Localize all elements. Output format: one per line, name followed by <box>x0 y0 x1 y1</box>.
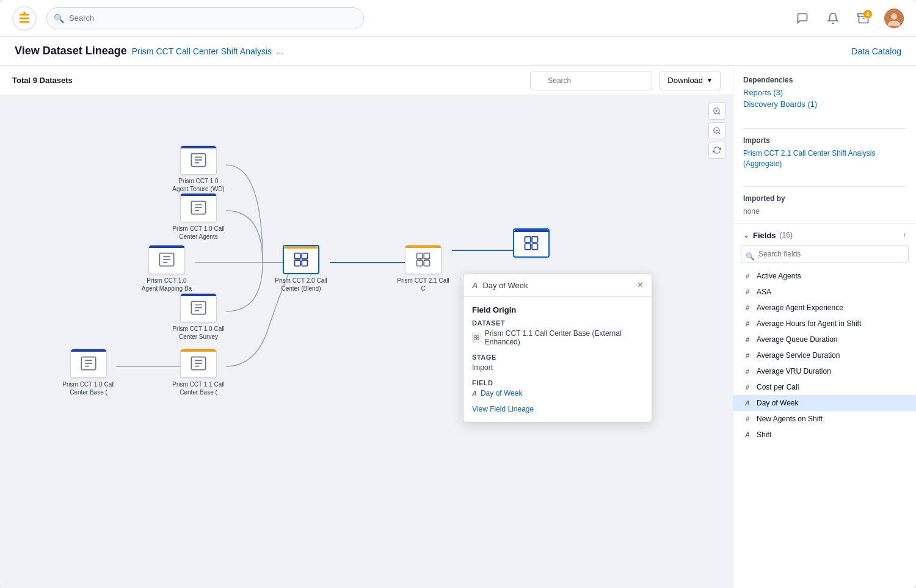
field-type-icon-f5: # <box>743 336 752 343</box>
node-call-center-base-10[interactable]: Prism CCT 1.0 Call Center Base ( <box>61 349 116 396</box>
svg-rect-26 <box>295 260 300 266</box>
nav-icons: 2 <box>793 9 904 28</box>
field-item-f5[interactable]: #Average Queue Duration <box>733 332 916 347</box>
node-partial[interactable] <box>513 228 550 258</box>
imports-section: Imports Prism CCT 2.1 Call Center Shift … <box>733 111 916 169</box>
dependencies-section: Dependencies Reports (3) Discovery Board… <box>733 66 916 111</box>
nav-search-icon: 🔍 <box>54 13 64 23</box>
field-name-f4: Average Hours for Agent in Shift <box>757 319 861 328</box>
popup-section-title: Field Origin <box>472 305 643 314</box>
fields-list: #Active Agents#ASA#Average Agent Experie… <box>733 268 916 443</box>
data-catalog-link[interactable]: Data Catalog <box>851 46 901 56</box>
lineage-toolbar: Total 9 Datasets 🔍 Download ▼ <box>0 66 733 95</box>
dependencies-label: Dependencies <box>743 76 906 84</box>
svg-rect-45 <box>532 237 537 242</box>
app-logo[interactable] <box>12 6 37 31</box>
inbox-badge: 2 <box>863 10 872 18</box>
reports-link[interactable]: Reports (3) <box>743 88 906 97</box>
svg-point-0 <box>23 12 26 14</box>
svg-point-4 <box>891 13 897 20</box>
fields-search-icon: 🔍 <box>746 252 755 261</box>
svg-rect-49 <box>477 335 479 337</box>
field-name-f8: Cost per Call <box>757 383 799 391</box>
field-type-icon-f10: # <box>743 415 752 423</box>
field-name-f5: Average Queue Duration <box>757 335 838 344</box>
total-datasets-label: Total 9 Datasets <box>12 76 73 85</box>
svg-line-10 <box>719 132 721 134</box>
lineage-panel: Total 9 Datasets 🔍 Download ▼ <box>0 66 733 588</box>
page-title: View Dataset Lineage <box>15 45 127 57</box>
popup-title: Day of Week <box>482 281 632 290</box>
discovery-boards-link[interactable]: Discovery Boards (1) <box>743 100 906 109</box>
imports-link[interactable]: Prism CCT 2.1 Call Center Shift Analysis… <box>743 149 876 168</box>
field-item-f10[interactable]: #New Agents on Shift <box>733 411 916 427</box>
lineage-canvas: Prism CCT 1.0 Agent Tenure (WD) Prism CC… <box>0 95 733 588</box>
popup-dataset-label: Dataset <box>472 319 643 327</box>
fields-sort-icon[interactable]: ↑ <box>903 231 906 239</box>
fields-count: (16) <box>780 231 793 239</box>
field-item-f4[interactable]: #Average Hours for Agent in Shift <box>733 316 916 332</box>
svg-rect-27 <box>302 260 307 266</box>
download-button[interactable]: Download ▼ <box>660 71 721 90</box>
popup-stage-label: Stage <box>472 354 643 361</box>
field-type-icon-f6: # <box>743 352 752 359</box>
popup-dataset-value: Prism CCT 1.1 Call Center Base (External… <box>485 329 643 346</box>
svg-rect-30 <box>417 260 423 266</box>
field-type-icon-f2: # <box>743 288 752 296</box>
fields-search-input[interactable] <box>741 245 909 263</box>
popup-close-btn[interactable]: × <box>638 280 643 290</box>
field-item-f8[interactable]: #Cost per Call <box>733 379 916 395</box>
user-avatar[interactable] <box>884 9 904 28</box>
field-item-f2[interactable]: #ASA <box>733 284 916 300</box>
field-item-f6[interactable]: #Average Service Duration <box>733 347 916 363</box>
field-type-icon-f9: A <box>743 399 752 407</box>
popup-field-label: Field <box>472 379 643 387</box>
svg-rect-44 <box>525 237 531 242</box>
popup-field-value[interactable]: Day of Week <box>481 389 522 397</box>
svg-rect-50 <box>474 338 476 339</box>
popup-body: Field Origin Dataset <box>463 297 652 422</box>
zoom-out-btn[interactable] <box>708 122 725 139</box>
node-agent-mapping-label: Prism CCT 1.0 Agent Mapping Ba <box>139 277 194 292</box>
reset-zoom-btn[interactable] <box>708 142 725 159</box>
zoom-in-btn[interactable] <box>708 103 725 120</box>
nav-search-input[interactable] <box>46 7 364 29</box>
field-name-f10: New Agents on Shift <box>757 415 823 423</box>
popup-dataset-row: Dataset Prism <box>472 319 643 346</box>
fields-section: ⌄ Fields (16) ↑ 🔍 #Active Agents#ASA#Ave… <box>733 216 916 588</box>
imports-label: Imports <box>743 136 906 145</box>
chat-icon-btn[interactable] <box>793 9 812 28</box>
svg-rect-24 <box>295 253 300 259</box>
node-call-center-base-11[interactable]: Prism CCT 1.1 Call Center Base ( <box>171 349 226 396</box>
field-item-f3[interactable]: #Average Agent Experience <box>733 300 916 316</box>
breadcrumb-bar: View Dataset Lineage Prism CCT Call Cent… <box>0 37 916 66</box>
more-options-btn[interactable]: ... <box>277 46 283 56</box>
node-call-center-agents[interactable]: Prism CCT 1.0 Call Center Agents <box>171 193 226 241</box>
field-type-icon-f3: # <box>743 304 752 311</box>
field-item-f11[interactable]: AShift <box>733 427 916 443</box>
field-item-f1[interactable]: #Active Agents <box>733 268 916 284</box>
dataset-name-link[interactable]: Prism CCT Call Center Shift Analysis <box>132 46 272 56</box>
svg-line-6 <box>719 113 721 115</box>
node-agent-tenure[interactable]: Prism CCT 1.0 Agent Tenure (WD) <box>171 145 226 193</box>
node-cct-21[interactable]: Prism CCT 2.1 Call C <box>396 245 451 292</box>
field-type-icon-f1: # <box>743 272 752 280</box>
node-call-center-survey[interactable]: Prism CCT 1.0 Call Center Survey <box>171 293 226 341</box>
node-agent-mapping[interactable]: Prism CCT 1.0 Agent Mapping Ba <box>139 245 194 292</box>
svg-rect-46 <box>525 244 531 249</box>
node-call-center-blend[interactable]: Prism CCT 2.0 Call Center (Blend) <box>274 245 329 292</box>
lineage-search-input[interactable] <box>530 71 652 90</box>
node-call-center-survey-label: Prism CCT 1.0 Call Center Survey <box>171 325 226 341</box>
download-chevron-icon: ▼ <box>707 77 713 84</box>
fields-search-wrap: 🔍 <box>733 245 916 268</box>
node-agent-tenure-label: Prism CCT 1.0 Agent Tenure (WD) <box>171 177 226 193</box>
field-type-icon-f8: # <box>743 383 752 391</box>
fields-chevron-icon: ⌄ <box>743 231 749 239</box>
field-type-icon-f7: # <box>743 368 752 375</box>
view-field-lineage-link[interactable]: View Field Lineage <box>472 405 643 413</box>
field-item-f9[interactable]: ADay of Week <box>733 395 916 411</box>
field-item-f7[interactable]: #Average VRU Duration <box>733 363 916 379</box>
inbox-icon-btn[interactable]: 2 <box>854 9 873 28</box>
field-name-f9: Day of Week <box>757 399 798 407</box>
notification-icon-btn[interactable] <box>823 9 843 28</box>
